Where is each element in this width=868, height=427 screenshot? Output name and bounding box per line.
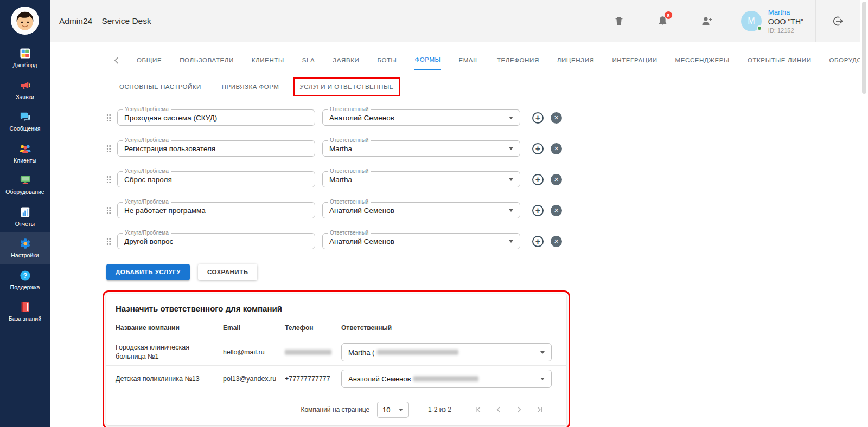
- sidebar-item-support[interactable]: ? Поддержка: [0, 264, 50, 296]
- tab-polzovateli[interactable]: ПОЛЬЗОВАТЕЛИ: [180, 57, 234, 70]
- field-label: Ответственный: [328, 230, 371, 236]
- forms-subtabs: ОСНОВНЫЕ НАСТРОЙКИ ПРИВЯЗКА ФОРМ УСЛУГИ …: [119, 83, 868, 90]
- remove-row-icon[interactable]: ✕: [551, 112, 562, 124]
- tab-email[interactable]: EMAIL: [458, 57, 479, 70]
- drag-handle-icon[interactable]: [106, 176, 111, 184]
- sidebar-item-settings[interactable]: Настройки: [0, 232, 50, 264]
- tab-klienty[interactable]: КЛИЕНТЫ: [252, 57, 284, 70]
- service-input[interactable]: Услуга/Проблема Проходная система (СКУД): [117, 109, 315, 126]
- app-avatar[interactable]: [11, 7, 39, 35]
- service-row: Услуга/Проблема Сброс пароля Ответственн…: [106, 171, 868, 187]
- add-service-button[interactable]: ДОБАВИТЬ УСЛУГУ: [106, 264, 190, 280]
- sidebar-item-clients[interactable]: Клиенты: [0, 138, 50, 170]
- field-label: Ответственный: [328, 168, 371, 174]
- book-icon: [19, 301, 31, 313]
- sidebar-item-dashboard[interactable]: Дашборд: [0, 42, 50, 74]
- chevron-down-icon: [509, 209, 513, 212]
- next-page-button[interactable]: [509, 405, 529, 414]
- drag-handle-icon[interactable]: [106, 237, 111, 245]
- save-services-button[interactable]: СОХРАНИТЬ: [198, 264, 258, 280]
- per-page-select[interactable]: 10: [377, 402, 409, 418]
- scrollbar-thumb[interactable]: [862, 2, 866, 94]
- add-row-icon[interactable]: +: [532, 112, 544, 124]
- company-responsible-select[interactable]: Martha (: [341, 343, 552, 361]
- service-input[interactable]: Услуга/Проблема Не работает программа: [117, 202, 315, 218]
- user-menu[interactable]: M Martha ООО "ТН" ID: 12152: [729, 8, 815, 34]
- responsible-select[interactable]: Ответственный Martha: [322, 140, 520, 157]
- sidebar-item-equipment[interactable]: Оборудование: [0, 169, 50, 201]
- scrollbar[interactable]: [860, 0, 868, 427]
- sidebar-item-knowledge-base[interactable]: База знаний: [0, 296, 50, 328]
- responsible-select[interactable]: Ответственный Анатолий Семенов: [322, 202, 520, 218]
- prev-page-button[interactable]: [488, 405, 509, 414]
- sidebar-item-label: Поддержка: [10, 284, 40, 291]
- first-page-button[interactable]: [468, 405, 488, 414]
- tab-telefoniya[interactable]: ТЕЛЕФОНИЯ: [497, 57, 539, 70]
- subtab-osnovnye-nastroyki[interactable]: ОСНОВНЫЕ НАСТРОЙКИ: [119, 83, 201, 90]
- service-input[interactable]: Услуга/Проблема Другой вопрос: [117, 233, 315, 249]
- tab-otkrytye-linii[interactable]: ОТКРЫТЫЕ ЛИНИИ: [748, 57, 812, 70]
- trash-button[interactable]: [597, 0, 641, 42]
- drag-handle-icon[interactable]: [106, 206, 111, 215]
- drag-handle-icon[interactable]: [106, 114, 111, 122]
- remove-row-icon[interactable]: ✕: [551, 174, 562, 185]
- notifications-button[interactable]: 8: [641, 0, 685, 42]
- company-name: Детская поликлиника №13: [116, 374, 223, 384]
- blurred-phone: [285, 350, 331, 355]
- field-label: Ответственный: [328, 106, 371, 112]
- chevron-down-icon: [540, 351, 545, 354]
- sidebar-item-tickets[interactable]: Заявки: [0, 74, 50, 106]
- responsible-select[interactable]: Ответственный Анатолий Семенов: [322, 233, 520, 249]
- add-row-icon[interactable]: +: [532, 143, 544, 154]
- add-row-icon[interactable]: +: [532, 236, 544, 247]
- sidebar-item-label: Настройки: [11, 253, 39, 259]
- tab-integratsii[interactable]: ИНТЕГРАЦИИ: [612, 57, 657, 70]
- tabs-scroll-left-icon[interactable]: [114, 57, 119, 70]
- remove-row-icon[interactable]: ✕: [551, 143, 562, 154]
- equipment-icon: [19, 174, 31, 186]
- tab-obshchie[interactable]: ОБЩИЕ: [137, 57, 162, 70]
- tab-formy[interactable]: ФОРМЫ: [414, 56, 441, 70]
- company-email: pol13@yandex.ru: [223, 374, 285, 384]
- subtab-uslugi-i-otvetstvennye[interactable]: УСЛУГИ И ОТВЕТСТВЕННЫЕ: [299, 83, 393, 90]
- responsible-select[interactable]: Ответственный Martha: [322, 171, 520, 187]
- user-name: Martha: [768, 8, 803, 16]
- table-row: Детская поликлиника №13 pol13@yandex.ru …: [106, 365, 566, 392]
- add-row-icon[interactable]: +: [532, 205, 544, 216]
- tab-litsenziya[interactable]: ЛИЦЕНЗИЯ: [557, 57, 595, 70]
- company-responsible-select[interactable]: Анатолий Семенов: [341, 370, 552, 388]
- service-input[interactable]: Услуга/Проблема Регистрация пользователя: [117, 140, 315, 157]
- last-page-button[interactable]: [529, 405, 550, 414]
- companies-card-title: Назначить ответственного для компаний: [106, 304, 566, 313]
- tab-messendzhery[interactable]: МЕССЕНДЖЕРЫ: [675, 57, 730, 70]
- sidebar-item-label: Клиенты: [14, 158, 36, 164]
- top-header: Admin24 – Service Desk 8: [50, 0, 868, 42]
- sidebar-item-reports[interactable]: Отчеты: [0, 201, 50, 233]
- remove-row-icon[interactable]: ✕: [551, 236, 562, 247]
- sidebar-item-label: База знаний: [9, 316, 41, 322]
- remove-row-icon[interactable]: ✕: [551, 205, 562, 216]
- sidebar-item-label: Заявки: [16, 94, 34, 101]
- per-page-value: 10: [382, 406, 390, 414]
- per-page-label: Компаний на странице: [301, 406, 369, 413]
- service-input[interactable]: Услуга/Проблема Сброс пароля: [117, 171, 315, 187]
- sidebar-item-messages[interactable]: Сообщения: [0, 106, 50, 138]
- subtab-privyazka-form[interactable]: ПРИВЯЗКА ФОРМ: [222, 83, 279, 90]
- responsible-value: Анатолий Семенов: [329, 206, 394, 215]
- service-value: Проходная система (СКУД): [124, 114, 217, 122]
- drag-handle-icon[interactable]: [106, 145, 111, 153]
- tab-zayavki[interactable]: ЗАЯВКИ: [333, 57, 359, 70]
- responsible-select[interactable]: Ответственный Анатолий Семенов: [322, 109, 520, 126]
- tab-sla[interactable]: SLA: [302, 57, 315, 70]
- sidebar-item-label: Оборудование: [5, 189, 44, 196]
- company-email: hello@mail.ru: [223, 348, 285, 357]
- companies-card: Назначить ответственного для компаний На…: [106, 294, 566, 425]
- first-page-icon: [474, 405, 482, 414]
- logout-button[interactable]: [816, 0, 859, 42]
- invite-user-button[interactable]: [685, 0, 729, 42]
- online-status-dot: [757, 25, 762, 31]
- service-row: Услуга/Проблема Регистрация пользователя…: [106, 140, 868, 157]
- tab-boty[interactable]: БОТЫ: [377, 57, 397, 70]
- add-row-icon[interactable]: +: [532, 174, 544, 185]
- blurred-email: [377, 350, 458, 355]
